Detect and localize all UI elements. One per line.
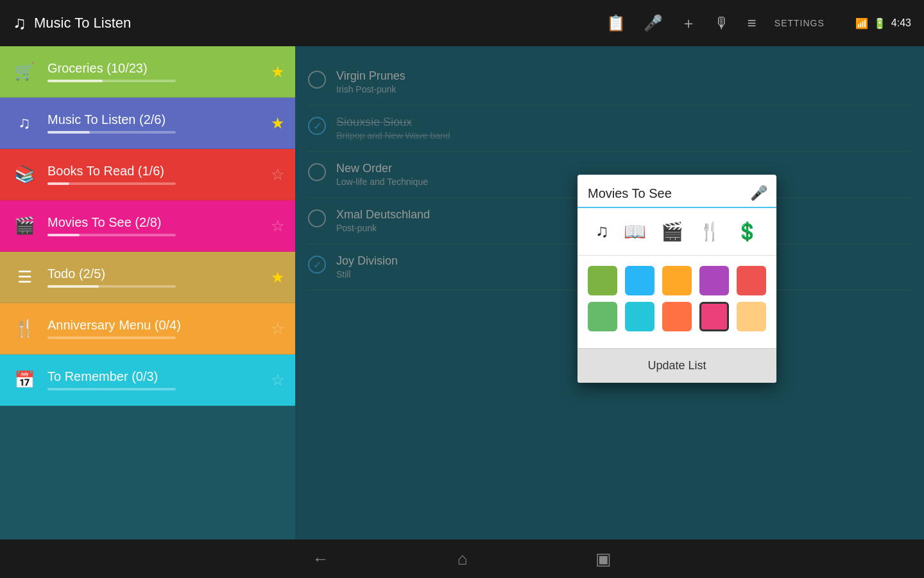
sidebar: 🛒 Groceries (10/23) ★ ♫ Music To Listen … (0, 46, 295, 539)
groceries-progress-bg (47, 80, 176, 82)
groceries-icon: 🛒 (10, 58, 38, 86)
color-pink[interactable] (699, 302, 729, 331)
anniversary-text: Anniversary Menu (0/4) (47, 318, 271, 339)
icon-movie[interactable]: 🎬 (658, 218, 686, 245)
remember-star[interactable]: ☆ (271, 371, 285, 389)
back-button[interactable]: ← (312, 549, 329, 569)
books-progress-bar (47, 182, 69, 185)
movies-text: Movies To See (2/8) (47, 215, 271, 236)
dialog-mic-icon[interactable]: 🎤 (750, 185, 767, 207)
music-star[interactable]: ★ (271, 114, 285, 132)
dialog-input-row: 🎤 (578, 175, 776, 208)
colors-row-2 (588, 302, 766, 331)
todo-title: Todo (2/5) (47, 267, 271, 281)
groceries-title: Groceries (10/23) (47, 61, 271, 76)
list-item[interactable]: 🛒 Groceries (10/23) ★ (0, 46, 295, 98)
colors-row-1 (588, 266, 766, 295)
dialog-colors-section (578, 256, 776, 348)
add-icon[interactable]: ＋ (681, 13, 696, 33)
battery-icon: 🔋 (873, 17, 886, 30)
sort-icon[interactable]: ≡ (748, 14, 757, 32)
edit-list-dialog: 🎤 ♫ 📖 🎬 🍴 💲 (578, 175, 776, 383)
bottom-nav: ← ⌂ ▣ (0, 539, 924, 578)
music-progress-bg (47, 131, 176, 134)
books-star[interactable]: ☆ (271, 166, 285, 184)
music-title: Music To Listen (2/6) (47, 112, 271, 127)
remember-icon: 📅 (10, 366, 38, 394)
list-item[interactable]: ☰ Todo (2/5) ★ (0, 252, 295, 303)
top-bar: ♫ Music To Listen 📋 🎤 ＋ 🎙 ≡ SETTINGS 📶 🔋… (0, 0, 924, 46)
todo-progress-bg (47, 285, 176, 288)
color-peach[interactable] (737, 302, 766, 331)
music-icon: ♫ (10, 109, 38, 137)
movies-title: Movies To See (2/8) (47, 215, 271, 230)
app-icon: ♫ (13, 13, 26, 33)
main-content: 🛒 Groceries (10/23) ★ ♫ Music To Listen … (0, 46, 924, 539)
books-icon: 📚 (10, 161, 38, 189)
list-item[interactable]: 🍴 Anniversary Menu (0/4) ☆ (0, 303, 295, 355)
todo-icon: ☰ (10, 263, 38, 292)
books-title: Books To Read (1/6) (47, 164, 271, 179)
remember-progress-bg (47, 388, 176, 390)
update-list-button[interactable]: Update List (578, 348, 776, 383)
music-text: Music To Listen (2/6) (47, 112, 271, 134)
right-panel: Virgin Prunes Irish Post-punk Siouxsie S… (295, 46, 924, 539)
movies-progress-bar (47, 234, 80, 236)
settings-label[interactable]: SETTINGS (774, 18, 825, 28)
mic-icon[interactable]: 🎤 (644, 14, 663, 32)
remember-text: To Remember (0/3) (47, 369, 271, 390)
icon-fork[interactable]: 🍴 (696, 218, 724, 245)
anniversary-progress-bg (47, 337, 176, 339)
movies-progress-bg (47, 234, 176, 236)
icon-dollar[interactable]: 💲 (733, 218, 761, 245)
list-item[interactable]: 📚 Books To Read (1/6) ☆ (0, 149, 295, 200)
remember-title: To Remember (0/3) (47, 369, 271, 384)
movies-star[interactable]: ☆ (271, 217, 285, 235)
home-button[interactable]: ⌂ (458, 549, 468, 569)
todo-star[interactable]: ★ (271, 268, 285, 286)
wifi-icon: 📶 (855, 17, 868, 30)
voice-icon[interactable]: 🎙 (714, 14, 730, 32)
color-green[interactable] (588, 266, 617, 295)
list-item[interactable]: 🎬 Movies To See (2/8) ☆ (0, 200, 295, 252)
color-orange[interactable] (662, 266, 692, 295)
books-text: Books To Read (1/6) (47, 164, 271, 185)
groceries-text: Groceries (10/23) (47, 61, 271, 82)
color-purple[interactable] (699, 266, 729, 295)
icon-book[interactable]: 📖 (621, 218, 649, 245)
clock: 4:43 (891, 17, 911, 29)
list-item[interactable]: ♫ Music To Listen (2/6) ★ (0, 98, 295, 149)
anniversary-title: Anniversary Menu (0/4) (47, 318, 271, 333)
todo-progress-bar (47, 285, 99, 288)
color-red[interactable] (737, 266, 766, 295)
top-actions: 📋 🎤 ＋ 🎙 ≡ SETTINGS 📶 🔋 4:43 (606, 13, 911, 33)
list-name-input[interactable] (588, 186, 750, 206)
anniversary-icon: 🍴 (10, 315, 38, 343)
music-progress-bar (47, 131, 90, 134)
list-item[interactable]: 📅 To Remember (0/3) ☆ (0, 355, 295, 406)
anniversary-star[interactable]: ☆ (271, 320, 285, 338)
movies-icon: 🎬 (10, 212, 38, 240)
icon-music[interactable]: ♫ (593, 218, 612, 245)
color-teal[interactable] (625, 302, 654, 331)
groceries-star[interactable]: ★ (271, 63, 285, 81)
status-area: 📶 🔋 4:43 (855, 17, 911, 30)
color-deep-orange[interactable] (662, 302, 692, 331)
app-title: Music To Listen (34, 15, 606, 31)
groceries-progress-bar (47, 80, 103, 82)
recents-button[interactable]: ▣ (595, 549, 612, 569)
todo-text: Todo (2/5) (47, 267, 271, 288)
dialog-icons-row: ♫ 📖 🎬 🍴 💲 (578, 218, 776, 256)
color-light-green[interactable] (588, 302, 617, 331)
books-progress-bg (47, 182, 176, 185)
notes-icon[interactable]: 📋 (606, 14, 626, 32)
color-cyan[interactable] (625, 266, 654, 295)
